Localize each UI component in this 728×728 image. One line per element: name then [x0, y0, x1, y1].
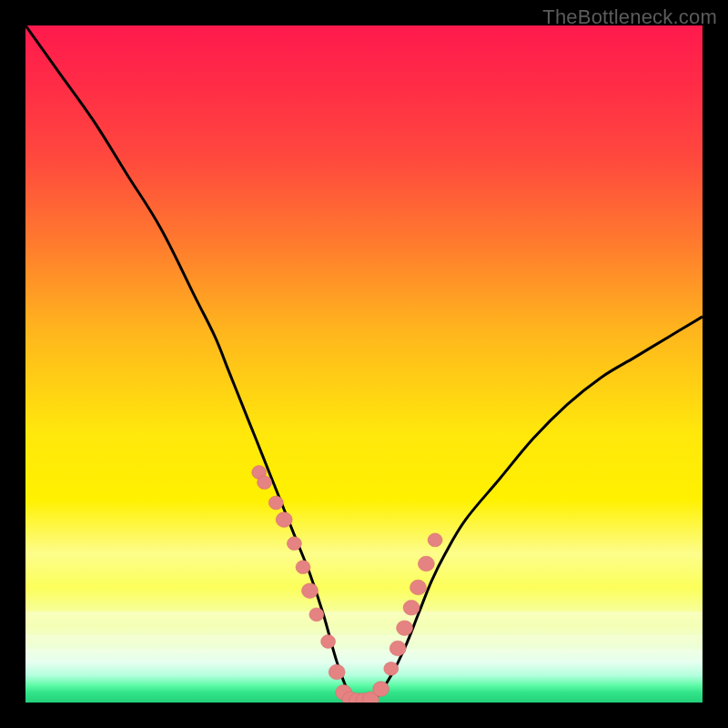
- marker-dot: [329, 664, 345, 680]
- marker-dot: [276, 512, 292, 528]
- chart-frame: TheBottleneck.com: [0, 0, 728, 728]
- marker-dot: [309, 608, 324, 622]
- marker-dot: [321, 635, 336, 649]
- marker-dot: [287, 537, 301, 551]
- marker-dot: [389, 641, 406, 656]
- plot-area: [25, 25, 703, 703]
- marker-dot: [418, 556, 434, 571]
- marker-dot: [403, 601, 420, 616]
- marker-dot: [302, 583, 318, 599]
- marker-dot: [268, 496, 283, 510]
- bottleneck-curve: [25, 25, 703, 703]
- marker-dot: [296, 561, 310, 574]
- marker-dot: [258, 476, 272, 490]
- marker-dot: [410, 580, 427, 595]
- marker-dot: [428, 533, 442, 547]
- marker-dot: [373, 682, 389, 697]
- marker-dot: [397, 621, 413, 636]
- marker-dot: [384, 662, 399, 675]
- marker-cluster: [252, 466, 442, 703]
- curve-layer: [25, 25, 703, 703]
- watermark-text: TheBottleneck.com: [542, 5, 717, 29]
